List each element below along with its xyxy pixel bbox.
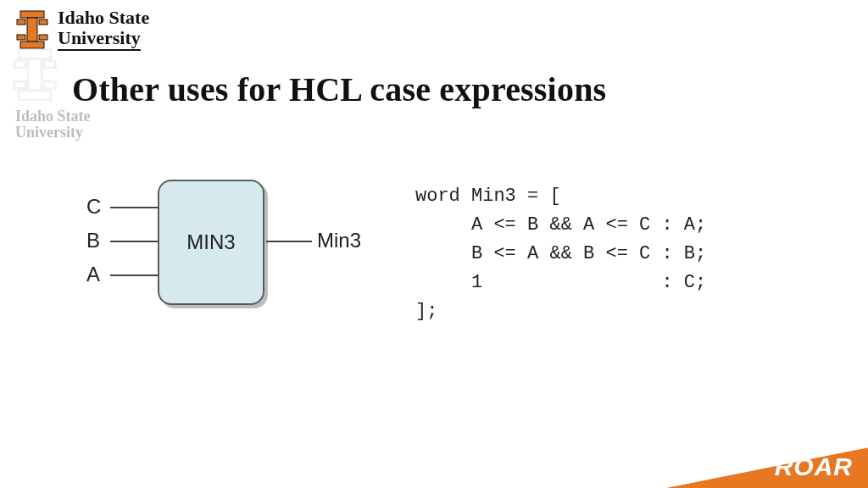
svg-rect-5 bbox=[17, 35, 25, 40]
wire-b bbox=[110, 241, 158, 242]
university-name: Idaho State University bbox=[58, 8, 149, 51]
svg-rect-10 bbox=[14, 61, 26, 68]
slide: Idaho State University Idaho State Unive… bbox=[0, 0, 868, 488]
watermark-line2: University bbox=[15, 125, 91, 141]
svg-rect-1 bbox=[27, 18, 37, 42]
isu-logo-icon bbox=[15, 9, 49, 50]
min3-diagram: C B A MIN3 Min3 bbox=[59, 180, 348, 315]
min3-block: MIN3 bbox=[158, 180, 264, 305]
svg-rect-13 bbox=[44, 81, 56, 88]
university-line2: University bbox=[58, 29, 141, 51]
watermark-logo-icon bbox=[12, 46, 58, 107]
svg-rect-0 bbox=[20, 11, 44, 18]
code-line-3: B <= A && B <= C : B; bbox=[415, 243, 706, 264]
wire-a bbox=[110, 274, 158, 276]
svg-rect-3 bbox=[17, 19, 25, 25]
svg-rect-9 bbox=[19, 91, 51, 100]
wire-c bbox=[110, 207, 158, 208]
slide-title: Other uses for HCL case expressions bbox=[72, 69, 606, 109]
svg-rect-11 bbox=[44, 61, 56, 68]
code-line-2: A <= B && A <= C : A; bbox=[415, 214, 706, 236]
output-label: Min3 bbox=[317, 229, 361, 252]
code-line-1: word Min3 = [ bbox=[415, 186, 561, 207]
watermark-line1: Idaho State bbox=[15, 108, 91, 125]
wire-out bbox=[266, 241, 312, 242]
svg-rect-12 bbox=[14, 81, 26, 88]
block-label: MIN3 bbox=[186, 230, 235, 254]
header: Idaho State University bbox=[15, 8, 149, 51]
watermark-text: Idaho State University bbox=[15, 108, 91, 141]
university-line1: Idaho State bbox=[58, 8, 149, 27]
input-label-b: B bbox=[86, 229, 100, 252]
roar-label: ROAR bbox=[775, 452, 853, 481]
svg-rect-4 bbox=[39, 19, 47, 25]
input-label-c: C bbox=[86, 195, 101, 219]
svg-rect-7 bbox=[19, 49, 51, 58]
svg-rect-8 bbox=[28, 58, 42, 91]
input-label-a: A bbox=[86, 263, 100, 286]
code-block: word Min3 = [ A <= B && A <= C : A; B <=… bbox=[415, 182, 706, 326]
roar-banner: ROAR bbox=[631, 437, 868, 488]
code-line-5: ]; bbox=[415, 301, 437, 322]
code-line-4: 1 : C; bbox=[415, 272, 706, 293]
svg-rect-6 bbox=[39, 35, 47, 40]
